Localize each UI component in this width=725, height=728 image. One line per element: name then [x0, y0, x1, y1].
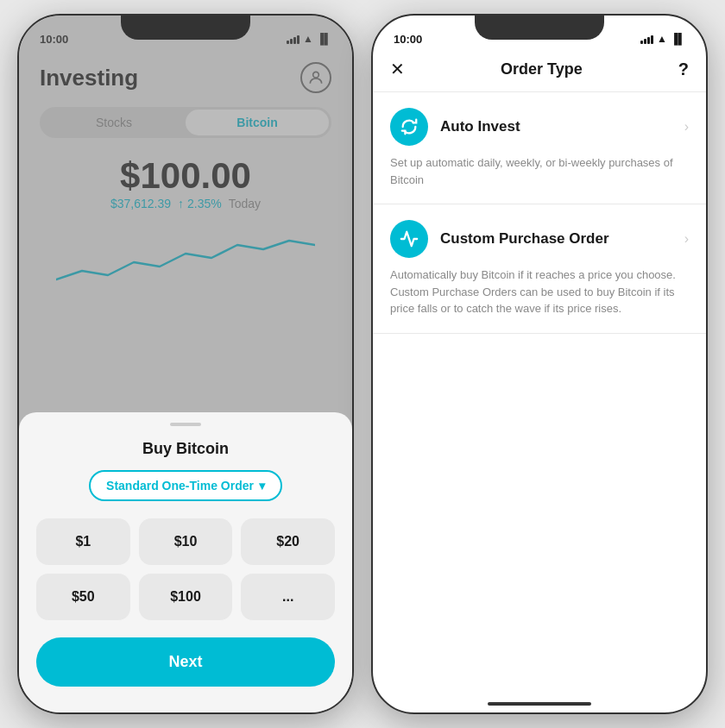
- amount-grid: $1 $10 $20 $50 $100 ...: [36, 518, 335, 620]
- order-type-selector: Standard One-Time Order ▾: [36, 470, 335, 501]
- close-button[interactable]: ✕: [390, 59, 405, 79]
- chevron-down-icon: ▾: [259, 479, 265, 493]
- home-indicator-right: [488, 702, 591, 706]
- amount-1[interactable]: $1: [36, 518, 130, 565]
- help-button[interactable]: ?: [678, 60, 689, 79]
- header-title: Order Type: [501, 60, 583, 78]
- amount-50[interactable]: $50: [36, 574, 130, 620]
- custom-purchase-description: Automatically buy Bitcoin if it reaches …: [390, 267, 689, 317]
- battery-icon-right: ▐▌: [671, 33, 685, 45]
- order-item-row-custom: Custom Purchase Order ›: [390, 220, 689, 258]
- notch: [121, 16, 250, 40]
- order-type-button[interactable]: Standard One-Time Order ▾: [89, 470, 282, 501]
- amount-more[interactable]: ...: [241, 574, 335, 620]
- custom-purchase-label: Custom Purchase Order: [440, 230, 672, 248]
- order-item-auto-invest[interactable]: Auto Invest › Set up automatic daily, we…: [373, 92, 706, 204]
- amount-10[interactable]: $10: [139, 518, 233, 565]
- left-phone: 10:00 ▲ ▐▌ Investing Stocks Bi: [17, 14, 354, 714]
- modal-title: Buy Bitcoin: [36, 440, 335, 458]
- auto-invest-label: Auto Invest: [440, 118, 672, 135]
- modal-overlay: Buy Bitcoin Standard One-Time Order ▾ $1…: [19, 16, 352, 712]
- right-phone: 10:00 ▲ ▐▌ ✕ Order Type ?: [371, 14, 708, 714]
- order-item-custom-purchase[interactable]: Custom Purchase Order › Automatically bu…: [373, 204, 706, 334]
- amount-20[interactable]: $20: [241, 518, 335, 565]
- order-item-row-auto-invest: Auto Invest ›: [390, 108, 689, 146]
- chevron-right-icon-auto: ›: [684, 119, 689, 135]
- chevron-right-icon-custom: ›: [684, 231, 689, 247]
- auto-invest-icon: [390, 108, 428, 146]
- amount-100[interactable]: $100: [139, 574, 233, 620]
- order-type-label: Standard One-Time Order: [106, 479, 254, 493]
- order-type-header: ✕ Order Type ?: [373, 53, 706, 92]
- notch-right: [475, 16, 604, 40]
- auto-invest-description: Set up automatic daily, weekly, or bi-we…: [390, 154, 689, 188]
- signal-icon-right: [640, 34, 653, 44]
- time-right: 10:00: [394, 33, 422, 46]
- modal-handle: [170, 423, 201, 426]
- custom-purchase-icon: [390, 220, 428, 258]
- modal-sheet: Buy Bitcoin Standard One-Time Order ▾ $1…: [19, 412, 352, 712]
- status-icons-right: ▲ ▐▌: [640, 33, 685, 45]
- wifi-icon-right: ▲: [657, 33, 667, 45]
- next-button[interactable]: Next: [36, 637, 335, 687]
